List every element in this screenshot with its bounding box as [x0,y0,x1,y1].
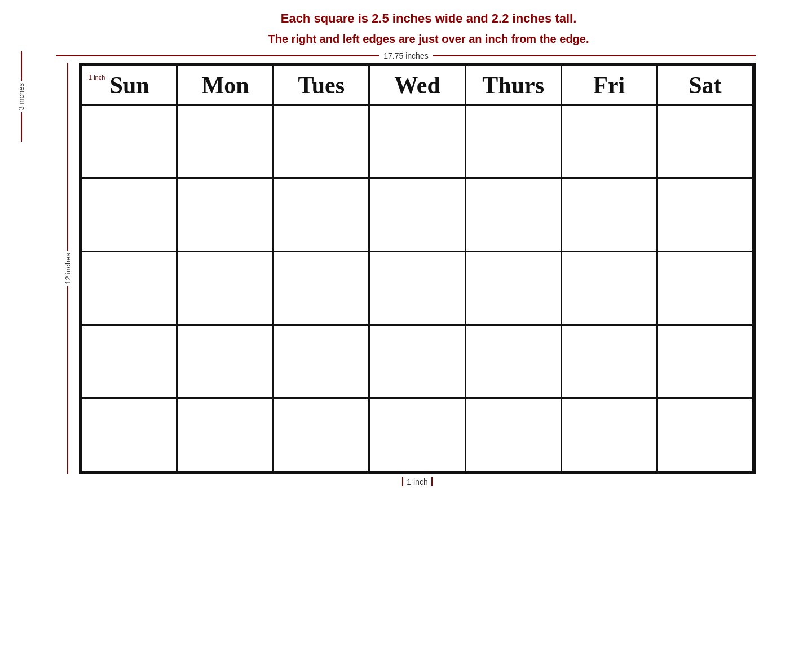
day-sun: Sun [110,72,149,98]
cell-r1c4 [369,105,465,178]
day-fri: Fri [593,72,625,98]
cell-r1c7 [657,105,753,178]
cell-r1c1 [82,105,178,178]
bottom-inch-label: 1 inch [407,477,427,486]
header-tue: Tues [273,65,369,105]
measure-left-12: 12 inches [56,63,79,474]
cell-r1c3 [273,105,369,178]
day-wed: Wed [394,72,440,98]
cell-r2c7 [657,178,753,252]
info-panel: Each square is 2.5 inches wide and 2.2 i… [0,11,812,46]
calendar-table: 1 inch Sun Mon Tues Wed [81,64,754,472]
bottom-tick-right [431,477,433,486]
measure-horizontal-label: 17.75 inches [379,51,433,60]
header-wed: Wed [369,65,465,105]
cell-r4c4 [369,325,465,398]
table-row [82,325,753,398]
measure-left-3: 3 inches [17,51,25,142]
day-tue: Tues [298,72,345,98]
cell-r3c4 [369,252,465,325]
table-row [82,252,753,325]
cell-r2c2 [178,178,273,252]
calendar-grid: 1 inch Sun Mon Tues Wed [79,63,756,474]
v-line-12-bottom [67,286,68,474]
cell-r1c6 [561,105,657,178]
header-sat: Sat [657,65,753,105]
header-row: 1 inch Sun Mon Tues Wed [82,65,753,105]
cell-r5c6 [561,398,657,472]
cell-r4c2 [178,325,273,398]
measurement-outer: 3 inches 17.75 inches 12 inches 1 inch [56,51,756,486]
calendar-body [82,105,753,472]
calendar-section: 12 inches 1 inch Sun Mon [56,63,756,474]
table-row [82,105,753,178]
table-row [82,398,753,472]
cell-r3c7 [657,252,753,325]
cell-r2c6 [561,178,657,252]
measure-3inch-label: 3 inches [17,81,25,112]
cell-r1c5 [465,105,561,178]
v-line-12-top [67,63,68,251]
cell-r4c1 [82,325,178,398]
measure-top-row: 17.75 inches [56,51,756,60]
cell-r5c1 [82,398,178,472]
cell-r5c2 [178,398,273,472]
cell-r4c5 [465,325,561,398]
cell-r5c7 [657,398,753,472]
measure-bottom-content: 1 inch [79,477,756,486]
sun-cell: 1 inch Sun [85,72,174,99]
bottom-tick-left [402,477,403,486]
cell-r5c3 [273,398,369,472]
header-thu: Thurs [465,65,561,105]
day-mon: Mon [202,72,249,98]
header-fri: Fri [561,65,657,105]
cell-r4c6 [561,325,657,398]
day-thu: Thurs [482,72,544,98]
cell-r2c5 [465,178,561,252]
table-row [82,178,753,252]
cell-r1c2 [178,105,273,178]
cell-r3c5 [465,252,561,325]
info-line2: The right and left edges are just over a… [45,33,812,46]
cell-r5c4 [369,398,465,472]
cell-r3c1 [82,252,178,325]
header-sun: 1 inch Sun [82,65,178,105]
header-mon: Mon [178,65,273,105]
info-line1: Each square is 2.5 inches wide and 2.2 i… [45,11,812,26]
cell-r4c7 [657,325,753,398]
cell-r4c3 [273,325,369,398]
cell-r2c4 [369,178,465,252]
measure-bottom-row: 1 inch [56,477,756,486]
h-line-top-right [433,55,756,56]
cell-r5c5 [465,398,561,472]
cell-r3c2 [178,252,273,325]
cell-r3c3 [273,252,369,325]
cell-r2c3 [273,178,369,252]
v-line-bottom [21,112,22,142]
cell-r3c6 [561,252,657,325]
day-sat: Sat [689,72,721,98]
measure-12inch-label: 12 inches [64,251,72,287]
h-line-top [56,55,379,56]
v-line-top [21,51,22,81]
cell-r2c1 [82,178,178,252]
calendar-header: 1 inch Sun Mon Tues Wed [82,65,753,105]
corner-inch-label: 1 inch [89,74,105,81]
